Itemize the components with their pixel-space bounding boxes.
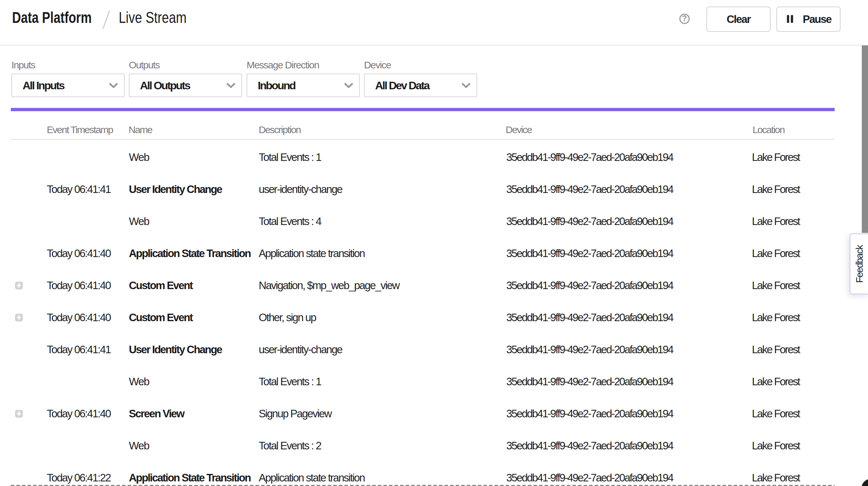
svg-text:?: ? (682, 14, 687, 23)
